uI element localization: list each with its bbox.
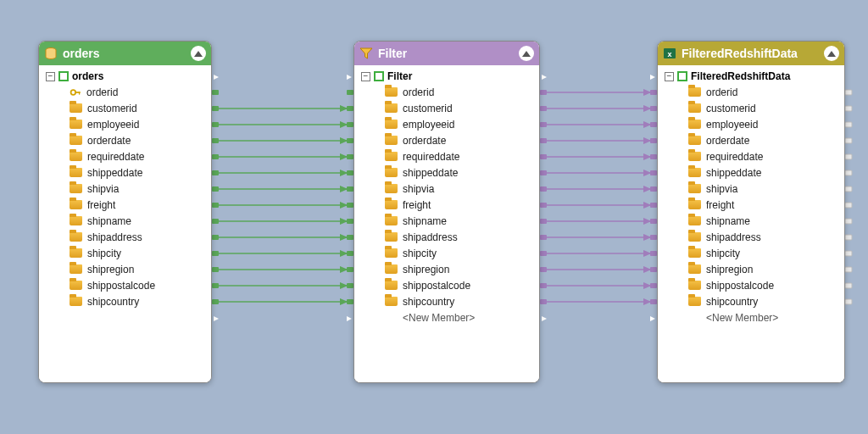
folder-icon	[688, 152, 701, 161]
field-shippeddate[interactable]: shippeddate	[46, 164, 204, 181]
panel-filteredredshiftdata[interactable]: x FilteredRedshiftData − FilteredRedshif…	[657, 41, 845, 383]
folder-icon	[688, 264, 701, 274]
root-node-filter[interactable]: − Filter	[361, 70, 532, 82]
collapse-button[interactable]	[824, 46, 839, 61]
field-shipaddress[interactable]: shipaddress	[361, 229, 532, 245]
folder-icon	[385, 136, 398, 145]
folder-icon	[688, 136, 701, 145]
tree-toggle-icon[interactable]: −	[46, 72, 55, 81]
field-freight[interactable]: freight	[361, 197, 532, 213]
field-shipregion[interactable]: shipregion	[46, 261, 204, 277]
svg-rect-26	[212, 299, 219, 304]
field-shipcountry[interactable]: shipcountry	[46, 293, 204, 309]
field-label: shipaddress	[706, 231, 761, 243]
field-shippostalcode[interactable]: shippostalcode	[46, 277, 204, 293]
panel-filter-title: Filter	[378, 47, 514, 60]
folder-icon	[70, 103, 82, 113]
svg-rect-30	[540, 106, 547, 111]
field-orderid[interactable]: orderid	[361, 84, 532, 100]
field-orderdate[interactable]: orderdate	[665, 132, 837, 148]
field-shipregion[interactable]: shipregion	[361, 261, 532, 277]
folder-icon	[385, 184, 398, 193]
field-requireddate[interactable]: requireddate	[665, 148, 837, 164]
field-employeeid[interactable]: employeeid	[46, 116, 204, 132]
field-shipcountry[interactable]: shipcountry	[665, 293, 837, 309]
field-shipvia[interactable]: shipvia	[665, 181, 837, 197]
field-shipname[interactable]: shipname	[665, 213, 837, 229]
folder-icon	[385, 232, 398, 242]
svg-rect-28	[540, 90, 547, 95]
folder-icon	[688, 103, 701, 113]
folder-icon	[688, 281, 701, 290]
svg-rect-50	[540, 267, 547, 272]
tree-toggle-icon[interactable]: −	[361, 72, 370, 81]
field-shippostalcode[interactable]: shippostalcode	[665, 277, 837, 293]
root-node-filtered[interactable]: − FilteredRedshiftData	[665, 70, 837, 82]
field-shippostalcode[interactable]: shippostalcode	[361, 277, 532, 293]
panel-orders-header[interactable]: orders	[39, 42, 211, 65]
field-label: shipcity	[87, 248, 121, 259]
field-orderid[interactable]: orderid	[46, 84, 204, 100]
field-orderid[interactable]: orderid	[665, 84, 837, 100]
svg-rect-34	[540, 138, 547, 143]
field-shipcountry[interactable]: shipcountry	[361, 293, 532, 309]
field-shipvia[interactable]: shipvia	[361, 181, 532, 197]
folder-icon	[385, 120, 398, 129]
panel-filtered-header[interactable]: x FilteredRedshiftData	[658, 42, 844, 65]
field-label: requireddate	[403, 151, 459, 163]
panel-filtered-body: − FilteredRedshiftData orderidcustomerid…	[658, 65, 844, 382]
field-label: customerid	[706, 103, 756, 114]
folder-icon	[385, 216, 398, 225]
field-label: shippeddate	[87, 167, 142, 179]
panel-orders[interactable]: orders − orders orderidcustomeridemploye…	[38, 41, 212, 383]
field-customerid[interactable]: customerid	[665, 100, 837, 116]
svg-rect-60	[845, 154, 852, 159]
field-requireddate[interactable]: requireddate	[361, 148, 532, 164]
field-shipcity[interactable]: shipcity	[46, 245, 204, 261]
field-orderdate[interactable]: orderdate	[361, 132, 532, 148]
field-shipname[interactable]: shipname	[46, 213, 204, 229]
folder-icon	[688, 184, 701, 193]
field-shipname[interactable]: shipname	[361, 213, 532, 229]
field-label: shipaddress	[87, 231, 142, 243]
collapse-button[interactable]	[519, 46, 534, 61]
svg-rect-42	[540, 203, 547, 208]
tree-toggle-icon[interactable]: −	[665, 72, 674, 81]
panel-filter[interactable]: Filter − Filter orderidcustomeridemploye…	[353, 41, 540, 383]
table-icon	[58, 71, 69, 81]
field-shipaddress[interactable]: shipaddress	[665, 229, 837, 245]
field-requireddate[interactable]: requireddate	[46, 148, 204, 164]
field-shipvia[interactable]: shipvia	[46, 181, 204, 197]
new-member[interactable]: <New Member>	[665, 309, 837, 326]
field-employeeid[interactable]: employeeid	[665, 116, 837, 132]
folder-icon	[385, 103, 398, 113]
field-shipregion[interactable]: shipregion	[665, 261, 837, 277]
field-shipcity[interactable]: shipcity	[361, 245, 532, 261]
svg-rect-63	[845, 203, 852, 208]
field-label: requireddate	[706, 151, 763, 163]
field-shipcity[interactable]: shipcity	[665, 245, 837, 261]
field-employeeid[interactable]: employeeid	[361, 116, 532, 132]
root-node-orders[interactable]: − orders	[46, 70, 204, 82]
field-freight[interactable]: freight	[46, 197, 204, 213]
filter-icon	[359, 47, 373, 60]
new-member[interactable]: <New Member>	[361, 309, 532, 326]
field-label: shippostalcode	[87, 280, 155, 292]
panel-filter-header[interactable]: Filter	[354, 42, 539, 65]
field-customerid[interactable]: customerid	[46, 100, 204, 116]
key-icon	[70, 86, 81, 98]
svg-rect-67	[845, 267, 852, 272]
svg-rect-47	[650, 235, 657, 240]
field-freight[interactable]: freight	[665, 197, 837, 213]
svg-rect-20	[212, 251, 219, 256]
panel-orders-title: orders	[63, 47, 186, 60]
svg-rect-36	[540, 154, 547, 159]
field-shippeddate[interactable]: shippeddate	[665, 164, 837, 181]
field-customerid[interactable]: customerid	[361, 100, 532, 116]
field-shippeddate[interactable]: shippeddate	[361, 164, 532, 181]
svg-rect-48	[540, 251, 547, 256]
svg-rect-52	[540, 283, 547, 288]
field-shipaddress[interactable]: shipaddress	[46, 229, 204, 245]
field-orderdate[interactable]: orderdate	[46, 132, 204, 148]
collapse-button[interactable]	[191, 46, 206, 61]
